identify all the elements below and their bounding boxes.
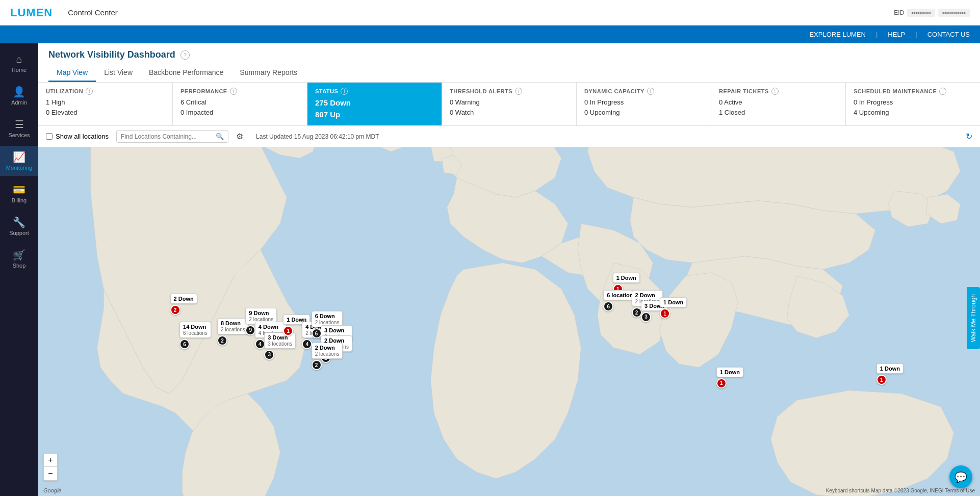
chat-button[interactable]: 💬 bbox=[949, 465, 972, 488]
eid-label: EID bbox=[894, 9, 904, 16]
stat-title-maintenance: SCHEDULED MAINTENANCE bbox=[854, 88, 937, 94]
user-value[interactable]: •••••••••••• bbox=[938, 9, 970, 17]
stat-row-maint-2: 4 Upcoming bbox=[854, 108, 972, 118]
tab-summary-reports[interactable]: Summary Reports bbox=[231, 64, 305, 82]
main-layout: ⌂ Home 👤 Admin ☰ Services 📈 Monitoring 💳… bbox=[0, 43, 980, 496]
stat-info-repair[interactable]: i bbox=[771, 88, 779, 95]
map-marker-m12[interactable]: 2 Down2 locations2 bbox=[312, 343, 343, 370]
sidebar-label-billing: Billing bbox=[12, 197, 27, 203]
stat-row-dynamic-2: 0 Upcoming bbox=[584, 108, 703, 118]
marker-bubble-m1: 2 Down bbox=[170, 294, 197, 304]
marker-bubble-m2: 14 Down6 locations bbox=[179, 322, 211, 338]
stat-card-threshold: THRESHOLD ALERTS i 0 Warning 0 Watch bbox=[442, 83, 577, 125]
stat-card-status: STATUS i 275 Down 807 Up bbox=[307, 83, 442, 125]
stat-info-dynamic[interactable]: i bbox=[647, 88, 654, 95]
map-container[interactable]: 2 Down2 14 Down6 locations6 8 Down2 loca… bbox=[38, 147, 980, 496]
help-link[interactable]: HELP bbox=[888, 31, 905, 38]
stat-card-dynamic-capacity: DYNAMIC CAPACITY i 0 In Progress 0 Upcom… bbox=[577, 83, 711, 125]
zoom-out-button[interactable]: − bbox=[44, 467, 57, 480]
marker-dot-m9: 6 bbox=[312, 328, 322, 338]
stat-row-status-1: 275 Down bbox=[315, 97, 434, 109]
marker-dot-m6: 3 bbox=[264, 350, 274, 360]
tabs: Map View List View Backbone Performance … bbox=[48, 64, 970, 82]
stat-title-status: STATUS bbox=[315, 88, 338, 94]
map-marker-m17[interactable]: 1 Down1 bbox=[660, 297, 687, 319]
marker-dot-m8: 4 bbox=[302, 339, 312, 349]
billing-icon: 💳 bbox=[13, 184, 25, 196]
content-area: Network Visibility Dashboard ? Map View … bbox=[38, 43, 980, 496]
map-marker-m3[interactable]: 8 Down2 locations2 bbox=[217, 318, 249, 346]
sidebar-item-services[interactable]: ☰ Services bbox=[0, 113, 38, 143]
marker-dot-m1: 2 bbox=[170, 305, 180, 315]
walk-me-through[interactable]: Walk Me Through bbox=[967, 287, 980, 349]
marker-dot-m16: 3 bbox=[641, 312, 651, 322]
map-marker-m2[interactable]: 14 Down6 locations6 bbox=[179, 322, 211, 349]
chat-icon: 💬 bbox=[955, 471, 967, 483]
stat-row-thresh-1: 0 Warning bbox=[450, 97, 569, 108]
contact-us-link[interactable]: CONTACT US bbox=[927, 31, 970, 38]
marker-dot-m3: 2 bbox=[217, 335, 227, 346]
stat-info-utilization[interactable]: i bbox=[86, 88, 93, 95]
stat-row-util-2: 0 Elevated bbox=[46, 108, 165, 118]
tab-backbone-performance[interactable]: Backbone Performance bbox=[141, 64, 231, 82]
marker-dot-m14: 6 bbox=[603, 301, 613, 311]
stat-info-status[interactable]: i bbox=[341, 88, 348, 95]
marker-dot-m4: 9 bbox=[245, 325, 255, 335]
search-input[interactable] bbox=[121, 133, 213, 140]
home-icon: ⌂ bbox=[16, 54, 22, 65]
sidebar-item-support[interactable]: 🔧 Support bbox=[0, 211, 38, 241]
map-marker-m19[interactable]: 1 Down1 bbox=[876, 363, 904, 385]
stat-info-maintenance[interactable]: i bbox=[939, 88, 946, 95]
map-marker-m6[interactable]: 3 Down3 locations3 bbox=[264, 332, 296, 360]
marker-bubble-m13: 1 Down bbox=[613, 273, 640, 283]
sidebar-item-home[interactable]: ⌂ Home bbox=[0, 48, 38, 78]
marker-bubble-m18: 1 Down bbox=[716, 367, 743, 377]
last-updated: Last Updated 15 Aug 2023 06:42:10 pm MDT bbox=[256, 133, 379, 140]
stat-row-repair-1: 0 Active bbox=[719, 97, 838, 108]
search-icon[interactable]: 🔍 bbox=[216, 133, 224, 140]
page-help-icon[interactable]: ? bbox=[180, 50, 190, 60]
sidebar-label-support: Support bbox=[9, 230, 29, 236]
eid-value[interactable]: •••••••••• bbox=[907, 9, 935, 17]
support-icon: 🔧 bbox=[13, 216, 25, 228]
stat-info-threshold[interactable]: i bbox=[515, 88, 522, 95]
marker-bubble-m12: 2 Down2 locations bbox=[312, 343, 343, 359]
map-marker-m1[interactable]: 2 Down2 bbox=[170, 294, 197, 315]
stat-card-repair: REPAIR TICKETS i 0 Active 1 Closed bbox=[711, 83, 846, 125]
refresh-icon[interactable]: ↻ bbox=[966, 132, 972, 141]
map-zoom-controls: + − bbox=[43, 453, 58, 481]
shop-icon: 🛒 bbox=[13, 249, 25, 261]
sidebar-item-monitoring[interactable]: 📈 Monitoring bbox=[0, 146, 38, 176]
stat-info-performance[interactable]: i bbox=[230, 88, 237, 95]
monitoring-icon: 📈 bbox=[13, 151, 25, 163]
stat-row-perf-1: 6 Critical bbox=[180, 97, 299, 108]
stat-title-threshold: THRESHOLD ALERTS bbox=[450, 88, 512, 94]
top-right-nav: EID •••••••••• •••••••••••• bbox=[894, 9, 970, 17]
sidebar-item-billing[interactable]: 💳 Billing bbox=[0, 178, 38, 208]
sidebar-label-services: Services bbox=[8, 132, 30, 138]
logo-text: LUMEN bbox=[10, 6, 53, 19]
show-all-locations-label[interactable]: Show all locations bbox=[46, 133, 109, 140]
map-toolbar: Show all locations 🔍 ⚙ Last Updated 15 A… bbox=[38, 126, 980, 147]
stat-title-dynamic: DYNAMIC CAPACITY bbox=[584, 88, 644, 94]
map-attribution: Keyboard shortcuts Map data ©2023 Google… bbox=[826, 488, 975, 493]
stat-title-utilization: UTILIZATION bbox=[46, 88, 83, 94]
tab-map-view[interactable]: Map View bbox=[48, 64, 96, 82]
sidebar-item-admin[interactable]: 👤 Admin bbox=[0, 81, 38, 111]
stat-row-util-1: 1 High bbox=[46, 97, 165, 108]
top-bar: LUMEN Control Center EID •••••••••• ••••… bbox=[0, 0, 980, 25]
explore-lumen-link[interactable]: EXPLORE LUMEN bbox=[809, 31, 866, 38]
tab-list-view[interactable]: List View bbox=[96, 64, 141, 82]
marker-dot-m19: 1 bbox=[876, 375, 887, 385]
zoom-in-button[interactable]: + bbox=[44, 454, 57, 467]
stat-row-perf-2: 0 Impacted bbox=[180, 108, 299, 118]
blue-banner: EXPLORE LUMEN | HELP | CONTACT US bbox=[0, 25, 980, 43]
marker-bubble-m19: 1 Down bbox=[876, 363, 904, 374]
map-marker-m18[interactable]: 1 Down1 bbox=[716, 367, 743, 388]
show-all-locations-checkbox[interactable] bbox=[46, 133, 53, 140]
sidebar-item-shop[interactable]: 🛒 Shop bbox=[0, 244, 38, 274]
marker-dot-m12: 2 bbox=[312, 360, 322, 370]
show-all-locations-text: Show all locations bbox=[56, 133, 109, 140]
filter-icon[interactable]: ⚙ bbox=[236, 132, 243, 141]
stats-bar: UTILIZATION i 1 High 0 Elevated PERFORMA… bbox=[38, 83, 980, 126]
